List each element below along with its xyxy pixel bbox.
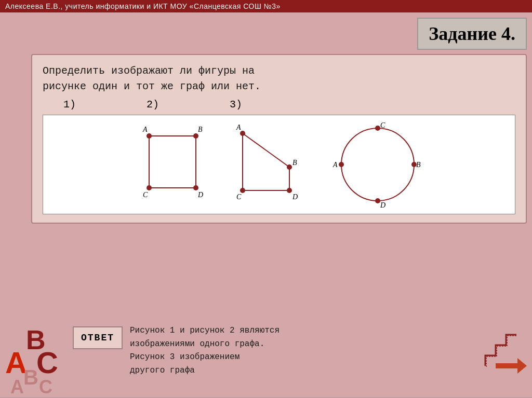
decor-letter-C2: С bbox=[39, 376, 52, 398]
figure-1: A B C D bbox=[134, 120, 217, 209]
svg-text:D: D bbox=[380, 201, 385, 209]
bottom-area: В А С В А С ОТВЕТ Рисунок 1 и рисунок 2 … bbox=[5, 324, 527, 392]
abc-decor: В А С В А С bbox=[5, 324, 68, 392]
svg-text:C: C bbox=[380, 121, 385, 129]
answer-label: ОТВЕТ bbox=[73, 326, 123, 349]
svg-point-17 bbox=[287, 164, 292, 170]
header-bar: Алексеева Е.В., учитель информатики и ИК… bbox=[0, 0, 532, 12]
figure-num-1: 1) bbox=[63, 99, 147, 111]
svg-point-7 bbox=[193, 185, 198, 190]
arrow-right-icon bbox=[496, 358, 527, 376]
decor-letter-A2: А bbox=[10, 376, 24, 398]
decor-letter-C: С bbox=[36, 345, 58, 380]
svg-text:B: B bbox=[416, 161, 421, 169]
svg-point-19 bbox=[287, 188, 292, 193]
title-text: Задание 4. bbox=[429, 23, 515, 44]
svg-point-24 bbox=[341, 128, 414, 201]
svg-text:B: B bbox=[198, 126, 203, 133]
svg-point-27 bbox=[375, 198, 380, 203]
svg-point-18 bbox=[240, 188, 245, 193]
decoration-area bbox=[475, 324, 527, 378]
figure-3: C B D A bbox=[331, 120, 424, 209]
svg-point-5 bbox=[193, 133, 198, 139]
title-box: Задание 4. bbox=[417, 18, 527, 50]
svg-text:D: D bbox=[292, 193, 298, 201]
svg-marker-34 bbox=[517, 358, 527, 374]
svg-text:C: C bbox=[143, 191, 148, 199]
figure-2: A B C D bbox=[232, 120, 315, 209]
svg-text:A: A bbox=[236, 123, 241, 131]
svg-text:A: A bbox=[142, 126, 148, 133]
figure-num-2: 2) bbox=[147, 99, 230, 111]
figures-box: A B C D A B C bbox=[43, 115, 515, 214]
numbers-row: 1) 2) 3) bbox=[43, 99, 515, 111]
svg-text:C: C bbox=[236, 193, 242, 201]
svg-text:D: D bbox=[197, 191, 203, 199]
svg-rect-33 bbox=[496, 363, 517, 368]
answer-text: Рисунок 1 и рисунок 2 являютсяизображени… bbox=[130, 324, 470, 377]
task-panel: Определить изображают ли фигуры на рисун… bbox=[31, 54, 527, 224]
task-line1: Определить изображают ли фигуры на bbox=[43, 65, 255, 77]
header-text: Алексеева Е.В., учитель информатики и ИК… bbox=[5, 2, 281, 10]
svg-text:B: B bbox=[292, 159, 297, 167]
svg-point-6 bbox=[147, 185, 152, 190]
answer-block: ОТВЕТ Рисунок 1 и рисунок 2 являютсяизоб… bbox=[73, 324, 470, 377]
svg-point-25 bbox=[375, 126, 380, 131]
task-line2: рисунке один и тот же граф или нет. bbox=[43, 80, 261, 92]
svg-line-12 bbox=[243, 133, 289, 167]
svg-point-28 bbox=[339, 162, 344, 167]
answer-content: Рисунок 1 и рисунок 2 являютсяизображени… bbox=[130, 326, 280, 375]
main-area: Задание 4. Определить изображают ли фигу… bbox=[0, 12, 532, 397]
svg-point-4 bbox=[147, 133, 152, 139]
svg-point-16 bbox=[240, 131, 245, 136]
decor-letter-B2: В bbox=[23, 366, 38, 389]
svg-text:A: A bbox=[332, 161, 338, 169]
task-text: Определить изображают ли фигуры на рисун… bbox=[43, 63, 515, 94]
figure-num-3: 3) bbox=[230, 99, 271, 111]
